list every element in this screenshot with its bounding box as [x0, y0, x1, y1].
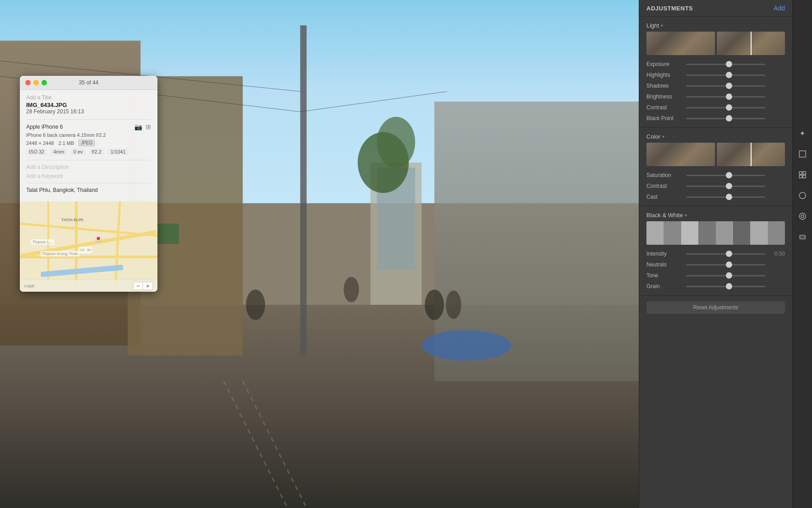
- brightness-slider[interactable]: [686, 96, 765, 98]
- eraser-button[interactable]: [796, 230, 809, 244]
- saturation-row: Saturation: [639, 170, 792, 181]
- bw-strip: [646, 221, 785, 245]
- shadows-label: Shadows: [646, 83, 683, 89]
- exposure-slider[interactable]: [686, 64, 765, 65]
- brightness-row: Brightness: [639, 91, 792, 102]
- bw-section: Black & White ▾ Intensity: [639, 206, 792, 296]
- svg-point-19: [246, 289, 265, 320]
- highlights-thumb: [726, 72, 732, 78]
- panel-title: ADJUSTMENTS: [646, 5, 693, 12]
- maximize-button[interactable]: [42, 80, 47, 85]
- map-label-thanon: Thanon L...: [31, 239, 54, 245]
- map-zoom-out[interactable]: −: [133, 282, 143, 290]
- intensity-thumb: [726, 251, 732, 257]
- minimize-button[interactable]: [33, 80, 39, 85]
- neutrals-thumb: [726, 261, 732, 268]
- map-label-thanon-krung: Thanon Krung Thon: [41, 251, 79, 256]
- thumb-divider: [751, 32, 752, 55]
- light-section-title: Light: [646, 22, 659, 29]
- map-background: THON BURI Thanon L... Thanon Krung Thon …: [20, 201, 157, 292]
- bw-section-title: Black & White: [646, 212, 683, 219]
- contrast-color-slider[interactable]: [686, 186, 765, 187]
- tone-row: Tone: [639, 270, 792, 281]
- bw-seg: [768, 221, 785, 245]
- location: Talat Phlu, Bangkok, Thailand: [26, 187, 151, 193]
- svg-point-30: [801, 215, 804, 218]
- saturation-slider[interactable]: [686, 175, 765, 176]
- svg-point-15: [377, 117, 415, 168]
- highlights-slider[interactable]: [686, 75, 765, 76]
- saturation-thumb: [726, 172, 732, 178]
- map-road: [75, 201, 78, 292]
- svg-point-22: [446, 291, 461, 319]
- circle-tool-button[interactable]: [796, 189, 809, 202]
- svg-rect-26: [799, 175, 802, 178]
- panel-header: ADJUSTMENTS Add: [639, 0, 792, 17]
- target-tool-button[interactable]: [796, 210, 809, 223]
- svg-rect-24: [799, 172, 802, 174]
- bw-seg: [716, 221, 733, 245]
- crop-button[interactable]: [796, 147, 809, 161]
- camera-name: Apple iPhone 6: [26, 124, 63, 130]
- blackpoint-slider[interactable]: [686, 118, 765, 119]
- tone-slider[interactable]: [686, 275, 765, 276]
- grain-slider[interactable]: [686, 286, 765, 287]
- info-titlebar: 35 of 44: [20, 76, 157, 90]
- map-zoom-in[interactable]: +: [143, 282, 153, 290]
- camera-icons: 📷 ⊞: [134, 123, 151, 130]
- light-after-thumb: [717, 32, 785, 55]
- circle-icon: [798, 191, 807, 200]
- color-after-thumb: [717, 143, 785, 166]
- contrast-color-label: Contrast: [646, 183, 683, 189]
- camera-detail: iPhone 6 back camera 4.15mm f/2.2: [26, 132, 151, 138]
- contrast-light-slider[interactable]: [686, 107, 765, 108]
- map-road: [114, 201, 120, 292]
- svg-rect-23: [799, 151, 806, 157]
- add-title-placeholder[interactable]: Add a Title: [26, 94, 151, 101]
- light-section-header[interactable]: Light ▾: [639, 20, 792, 32]
- exposure-thumb: [726, 61, 732, 67]
- intensity-label: Intensity: [646, 251, 683, 257]
- divider-3: [26, 183, 151, 183]
- map-zoom-controls: − +: [133, 282, 153, 290]
- map-legal: Legal: [24, 284, 34, 288]
- color-before-thumb: [646, 143, 715, 166]
- close-button[interactable]: [25, 80, 31, 85]
- map-container[interactable]: THON BURI Thanon L... Thanon Krung Thon …: [20, 201, 157, 292]
- description-placeholder[interactable]: Add a Description: [26, 164, 151, 170]
- svg-rect-25: [803, 172, 806, 174]
- map-road: [20, 223, 157, 237]
- target-icon: [798, 212, 807, 220]
- raw-icon: ⊞: [146, 123, 151, 130]
- grain-row: Grain: [639, 281, 792, 292]
- shadows-row: Shadows: [639, 80, 792, 91]
- exif-row: ISO 32 4mm 0 ev f/2.2 1/1041: [26, 148, 151, 155]
- color-thumbnails: [639, 143, 792, 170]
- cast-row: Cast: [639, 191, 792, 202]
- cast-slider[interactable]: [686, 196, 765, 198]
- intensity-row: Intensity 0.50: [639, 248, 792, 259]
- intensity-slider[interactable]: [686, 253, 765, 255]
- adjustments-panel: ADJUSTMENTS Add Light ▾ Exposure: [639, 0, 792, 508]
- neutrals-slider[interactable]: [686, 264, 765, 266]
- keyword-placeholder[interactable]: Add a Keyword: [26, 173, 151, 179]
- svg-rect-27: [803, 175, 806, 178]
- exif-focal: 4mm: [51, 148, 67, 155]
- transform-button[interactable]: [796, 168, 809, 182]
- bw-section-header[interactable]: Black & White ▾: [639, 210, 792, 221]
- crop-icon: [798, 150, 807, 158]
- bw-thumb: [646, 221, 785, 245]
- highlights-row: Highlights: [639, 70, 792, 80]
- color-section-title: Color: [646, 133, 660, 140]
- shadows-slider[interactable]: [686, 85, 765, 87]
- light-section: Light ▾ Exposure Highlights: [639, 17, 792, 128]
- svg-rect-8: [300, 25, 307, 355]
- reset-adjustments-button[interactable]: Reset Adjustments: [646, 301, 785, 314]
- color-section-header[interactable]: Color ▾: [639, 131, 792, 143]
- exposure-label: Exposure: [646, 61, 683, 67]
- svg-point-20: [344, 277, 359, 302]
- contrast-color-thumb: [726, 183, 732, 189]
- magic-wand-button[interactable]: ✦: [796, 126, 809, 140]
- panel-counter: 35 of 44: [79, 79, 98, 86]
- add-adjustment-button[interactable]: Add: [774, 5, 785, 12]
